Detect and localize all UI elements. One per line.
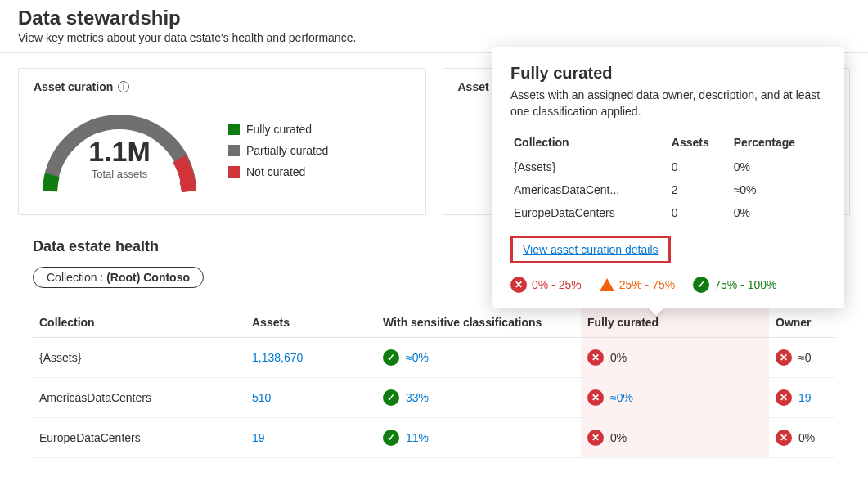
swatch-gray bbox=[228, 145, 240, 156]
assets-link[interactable]: 1,138,670 bbox=[252, 351, 303, 364]
asset-curation-gauge: 1.1M Total assets bbox=[34, 101, 205, 200]
check-icon: ✓ bbox=[383, 349, 399, 366]
popover-cell: 0 bbox=[668, 155, 731, 178]
swatch-red bbox=[228, 166, 240, 178]
filter-prefix: Collection : bbox=[47, 271, 106, 284]
close-icon: ✕ bbox=[587, 389, 604, 406]
owner-link[interactable]: 19 bbox=[798, 391, 812, 404]
close-icon: ✕ bbox=[587, 349, 604, 366]
range-low: 0% - 25% bbox=[532, 278, 582, 291]
close-icon: ✕ bbox=[587, 430, 604, 446]
gauge-legend: Fully curated Partially curated Not cura… bbox=[228, 123, 328, 178]
cell-collection: AmericasDataCenters bbox=[33, 378, 245, 418]
popover-cell: 0% bbox=[731, 201, 826, 224]
check-icon: ✓ bbox=[693, 277, 709, 293]
sensitive-link[interactable]: 33% bbox=[406, 391, 429, 404]
popover-ranges: ✕0% - 25% 25% - 75% ✓75% - 100% bbox=[510, 277, 826, 293]
asset-curation-card: Asset curation i 1.1M Total assets bbox=[18, 68, 426, 215]
popover-cell: EuropeDataCenters bbox=[510, 201, 668, 224]
table-row: {Assets} 1,138,670 ✓≈0% ✕0% ✕≈0 bbox=[33, 338, 835, 378]
popover-cell: {Assets} bbox=[510, 155, 668, 178]
header-fully-curated[interactable]: Fully curated bbox=[581, 308, 769, 338]
popover-title: Fully curated bbox=[510, 64, 826, 83]
check-icon: ✓ bbox=[383, 430, 399, 446]
close-icon: ✕ bbox=[510, 277, 527, 293]
collection-filter-pill[interactable]: Collection : (Root) Contoso bbox=[33, 267, 204, 288]
legend-not-curated: Not curated bbox=[228, 165, 328, 178]
info-icon[interactable]: i bbox=[118, 81, 129, 92]
assets-link[interactable]: 19 bbox=[252, 431, 265, 444]
sensitive-link[interactable]: 11% bbox=[406, 431, 429, 444]
card-title-label: Asset curation bbox=[34, 80, 113, 93]
filter-value: (Root) Contoso bbox=[106, 271, 190, 284]
popover-header-collection: Collection bbox=[510, 131, 668, 155]
popover-arrow bbox=[648, 308, 664, 316]
popover-table: Collection Assets Percentage {Assets} 0 … bbox=[510, 131, 826, 224]
header-sensitive[interactable]: With sensitive classifications bbox=[376, 308, 581, 338]
popover-row: AmericasDataCent... 2 ≈0% bbox=[510, 178, 826, 201]
gauge-total-value: 1.1M bbox=[34, 136, 205, 168]
legend-label: Fully curated bbox=[246, 123, 312, 136]
legend-partially-curated: Partially curated bbox=[228, 144, 328, 157]
popover-cell: 0 bbox=[668, 201, 731, 224]
range-high: 75% - 100% bbox=[714, 278, 776, 291]
cell-collection: {Assets} bbox=[33, 338, 245, 378]
assets-link[interactable]: 510 bbox=[252, 391, 271, 404]
popover-cell: 0% bbox=[731, 155, 826, 178]
close-icon: ✕ bbox=[776, 389, 792, 406]
health-table: Collection Assets With sensitive classif… bbox=[33, 308, 835, 458]
popover-cell: ≈0% bbox=[731, 178, 826, 201]
popover-row: {Assets} 0 0% bbox=[510, 155, 826, 178]
view-details-link[interactable]: View asset curation details bbox=[510, 236, 671, 263]
legend-fully-curated: Fully curated bbox=[228, 123, 328, 136]
popover-description: Assets with an assigned data owner, desc… bbox=[510, 88, 826, 119]
legend-label: Not curated bbox=[246, 165, 305, 178]
gauge-total-label: Total assets bbox=[34, 168, 205, 180]
table-row: AmericasDataCenters 510 ✓33% ✕≈0% ✕19 bbox=[33, 378, 835, 418]
warning-icon bbox=[600, 278, 614, 291]
fully-value: 0% bbox=[610, 351, 627, 364]
popover-cell: 2 bbox=[668, 178, 731, 201]
fully-link[interactable]: ≈0% bbox=[610, 391, 633, 404]
owner-value: ≈0 bbox=[798, 351, 811, 364]
header-owner[interactable]: Owner bbox=[769, 308, 835, 338]
table-row: EuropeDataCenters 19 ✓11% ✕0% ✕0% bbox=[33, 418, 835, 458]
popover-cell: AmericasDataCent... bbox=[510, 178, 668, 201]
header-assets[interactable]: Assets bbox=[245, 308, 376, 338]
popover-header-assets: Assets bbox=[668, 131, 731, 155]
close-icon: ✕ bbox=[776, 430, 792, 446]
range-mid: 25% - 75% bbox=[619, 278, 675, 291]
popover-row: EuropeDataCenters 0 0% bbox=[510, 201, 826, 224]
page-title: Data stewardship bbox=[0, 0, 868, 31]
header-collection[interactable]: Collection bbox=[33, 308, 245, 338]
check-icon: ✓ bbox=[383, 389, 399, 406]
fully-value: 0% bbox=[610, 431, 627, 444]
swatch-green bbox=[228, 124, 240, 135]
close-icon: ✕ bbox=[776, 349, 792, 366]
fully-curated-popover: Fully curated Assets with an assigned da… bbox=[492, 47, 844, 308]
cell-collection: EuropeDataCenters bbox=[33, 418, 245, 458]
owner-value: 0% bbox=[798, 431, 815, 444]
popover-header-percentage: Percentage bbox=[731, 131, 826, 155]
sensitive-link[interactable]: ≈0% bbox=[406, 351, 429, 364]
legend-label: Partially curated bbox=[246, 144, 328, 157]
